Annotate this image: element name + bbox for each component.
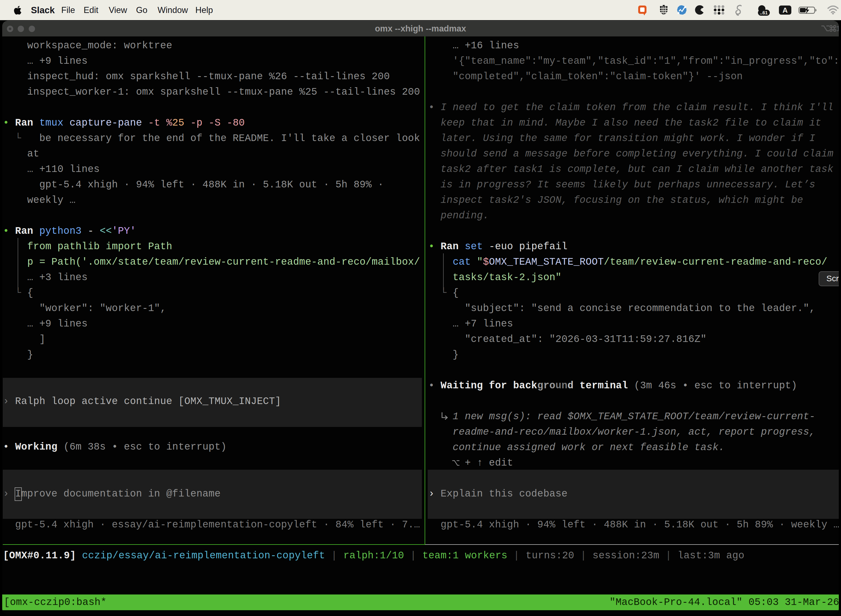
svg-text:..61: ..61 [760, 10, 768, 15]
svg-text:A: A [782, 6, 788, 14]
